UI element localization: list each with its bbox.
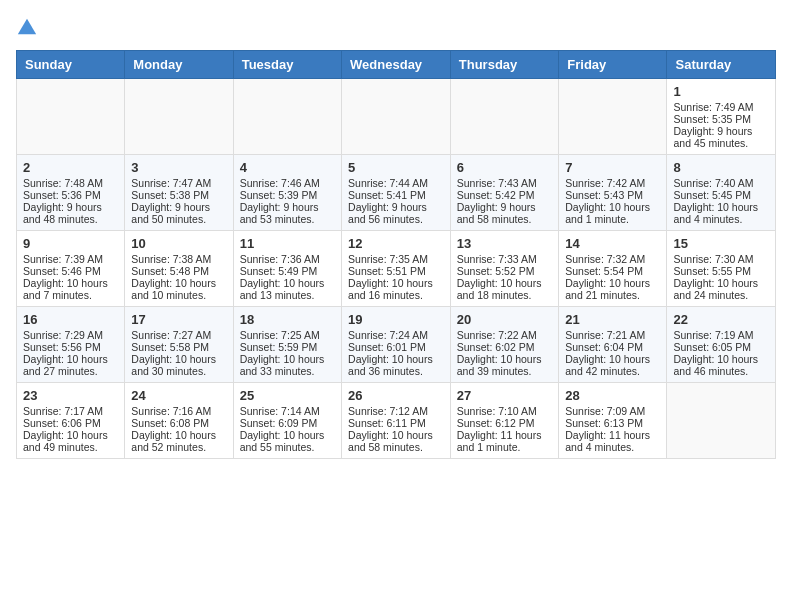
day-cell: 25Sunrise: 7:14 AM Sunset: 6:09 PM Dayli…	[233, 383, 341, 459]
day-info: Sunrise: 7:21 AM Sunset: 6:04 PM Dayligh…	[565, 329, 650, 377]
day-cell: 17Sunrise: 7:27 AM Sunset: 5:58 PM Dayli…	[125, 307, 233, 383]
day-number: 27	[457, 388, 553, 403]
day-number: 7	[565, 160, 660, 175]
day-info: Sunrise: 7:12 AM Sunset: 6:11 PM Dayligh…	[348, 405, 433, 453]
day-cell	[450, 79, 559, 155]
day-info: Sunrise: 7:27 AM Sunset: 5:58 PM Dayligh…	[131, 329, 216, 377]
logo-icon	[16, 16, 38, 38]
header-tuesday: Tuesday	[233, 51, 341, 79]
day-info: Sunrise: 7:40 AM Sunset: 5:45 PM Dayligh…	[673, 177, 758, 225]
day-info: Sunrise: 7:14 AM Sunset: 6:09 PM Dayligh…	[240, 405, 325, 453]
day-cell: 4Sunrise: 7:46 AM Sunset: 5:39 PM Daylig…	[233, 155, 341, 231]
day-info: Sunrise: 7:33 AM Sunset: 5:52 PM Dayligh…	[457, 253, 542, 301]
week-row-5: 23Sunrise: 7:17 AM Sunset: 6:06 PM Dayli…	[17, 383, 776, 459]
header-saturday: Saturday	[667, 51, 776, 79]
day-cell	[17, 79, 125, 155]
day-number: 18	[240, 312, 335, 327]
day-number: 26	[348, 388, 444, 403]
day-cell: 19Sunrise: 7:24 AM Sunset: 6:01 PM Dayli…	[342, 307, 451, 383]
day-info: Sunrise: 7:43 AM Sunset: 5:42 PM Dayligh…	[457, 177, 537, 225]
day-cell	[233, 79, 341, 155]
day-info: Sunrise: 7:17 AM Sunset: 6:06 PM Dayligh…	[23, 405, 108, 453]
day-number: 4	[240, 160, 335, 175]
day-cell	[342, 79, 451, 155]
day-info: Sunrise: 7:09 AM Sunset: 6:13 PM Dayligh…	[565, 405, 650, 453]
day-info: Sunrise: 7:32 AM Sunset: 5:54 PM Dayligh…	[565, 253, 650, 301]
day-cell: 28Sunrise: 7:09 AM Sunset: 6:13 PM Dayli…	[559, 383, 667, 459]
day-info: Sunrise: 7:36 AM Sunset: 5:49 PM Dayligh…	[240, 253, 325, 301]
day-info: Sunrise: 7:35 AM Sunset: 5:51 PM Dayligh…	[348, 253, 433, 301]
day-cell: 21Sunrise: 7:21 AM Sunset: 6:04 PM Dayli…	[559, 307, 667, 383]
day-cell	[125, 79, 233, 155]
week-row-1: 1Sunrise: 7:49 AM Sunset: 5:35 PM Daylig…	[17, 79, 776, 155]
day-info: Sunrise: 7:10 AM Sunset: 6:12 PM Dayligh…	[457, 405, 542, 453]
day-cell: 7Sunrise: 7:42 AM Sunset: 5:43 PM Daylig…	[559, 155, 667, 231]
day-info: Sunrise: 7:39 AM Sunset: 5:46 PM Dayligh…	[23, 253, 108, 301]
day-cell: 2Sunrise: 7:48 AM Sunset: 5:36 PM Daylig…	[17, 155, 125, 231]
day-cell: 22Sunrise: 7:19 AM Sunset: 6:05 PM Dayli…	[667, 307, 776, 383]
day-info: Sunrise: 7:29 AM Sunset: 5:56 PM Dayligh…	[23, 329, 108, 377]
day-info: Sunrise: 7:47 AM Sunset: 5:38 PM Dayligh…	[131, 177, 211, 225]
header-sunday: Sunday	[17, 51, 125, 79]
day-cell: 26Sunrise: 7:12 AM Sunset: 6:11 PM Dayli…	[342, 383, 451, 459]
day-number: 2	[23, 160, 118, 175]
day-cell: 11Sunrise: 7:36 AM Sunset: 5:49 PM Dayli…	[233, 231, 341, 307]
day-number: 11	[240, 236, 335, 251]
day-info: Sunrise: 7:22 AM Sunset: 6:02 PM Dayligh…	[457, 329, 542, 377]
day-number: 15	[673, 236, 769, 251]
day-info: Sunrise: 7:25 AM Sunset: 5:59 PM Dayligh…	[240, 329, 325, 377]
day-info: Sunrise: 7:16 AM Sunset: 6:08 PM Dayligh…	[131, 405, 216, 453]
day-number: 20	[457, 312, 553, 327]
day-cell: 3Sunrise: 7:47 AM Sunset: 5:38 PM Daylig…	[125, 155, 233, 231]
day-number: 24	[131, 388, 226, 403]
day-info: Sunrise: 7:38 AM Sunset: 5:48 PM Dayligh…	[131, 253, 216, 301]
day-cell: 27Sunrise: 7:10 AM Sunset: 6:12 PM Dayli…	[450, 383, 559, 459]
calendar-header: SundayMondayTuesdayWednesdayThursdayFrid…	[17, 51, 776, 79]
day-number: 10	[131, 236, 226, 251]
day-number: 23	[23, 388, 118, 403]
day-cell	[559, 79, 667, 155]
calendar-body: 1Sunrise: 7:49 AM Sunset: 5:35 PM Daylig…	[17, 79, 776, 459]
day-cell: 5Sunrise: 7:44 AM Sunset: 5:41 PM Daylig…	[342, 155, 451, 231]
day-number: 19	[348, 312, 444, 327]
day-number: 5	[348, 160, 444, 175]
header-thursday: Thursday	[450, 51, 559, 79]
header-monday: Monday	[125, 51, 233, 79]
day-cell: 12Sunrise: 7:35 AM Sunset: 5:51 PM Dayli…	[342, 231, 451, 307]
logo	[16, 16, 42, 38]
day-info: Sunrise: 7:19 AM Sunset: 6:05 PM Dayligh…	[673, 329, 758, 377]
day-info: Sunrise: 7:48 AM Sunset: 5:36 PM Dayligh…	[23, 177, 103, 225]
day-number: 9	[23, 236, 118, 251]
day-info: Sunrise: 7:24 AM Sunset: 6:01 PM Dayligh…	[348, 329, 433, 377]
day-number: 14	[565, 236, 660, 251]
day-cell: 6Sunrise: 7:43 AM Sunset: 5:42 PM Daylig…	[450, 155, 559, 231]
day-cell: 15Sunrise: 7:30 AM Sunset: 5:55 PM Dayli…	[667, 231, 776, 307]
day-cell: 23Sunrise: 7:17 AM Sunset: 6:06 PM Dayli…	[17, 383, 125, 459]
day-cell: 24Sunrise: 7:16 AM Sunset: 6:08 PM Dayli…	[125, 383, 233, 459]
day-info: Sunrise: 7:49 AM Sunset: 5:35 PM Dayligh…	[673, 101, 753, 149]
page-header	[16, 16, 776, 38]
day-cell: 8Sunrise: 7:40 AM Sunset: 5:45 PM Daylig…	[667, 155, 776, 231]
calendar-table: SundayMondayTuesdayWednesdayThursdayFrid…	[16, 50, 776, 459]
day-cell: 9Sunrise: 7:39 AM Sunset: 5:46 PM Daylig…	[17, 231, 125, 307]
day-cell: 14Sunrise: 7:32 AM Sunset: 5:54 PM Dayli…	[559, 231, 667, 307]
week-row-2: 2Sunrise: 7:48 AM Sunset: 5:36 PM Daylig…	[17, 155, 776, 231]
day-number: 3	[131, 160, 226, 175]
day-cell: 13Sunrise: 7:33 AM Sunset: 5:52 PM Dayli…	[450, 231, 559, 307]
week-row-4: 16Sunrise: 7:29 AM Sunset: 5:56 PM Dayli…	[17, 307, 776, 383]
day-number: 16	[23, 312, 118, 327]
header-friday: Friday	[559, 51, 667, 79]
week-row-3: 9Sunrise: 7:39 AM Sunset: 5:46 PM Daylig…	[17, 231, 776, 307]
day-number: 28	[565, 388, 660, 403]
day-info: Sunrise: 7:44 AM Sunset: 5:41 PM Dayligh…	[348, 177, 428, 225]
day-number: 21	[565, 312, 660, 327]
day-number: 8	[673, 160, 769, 175]
day-info: Sunrise: 7:42 AM Sunset: 5:43 PM Dayligh…	[565, 177, 650, 225]
day-cell	[667, 383, 776, 459]
header-row: SundayMondayTuesdayWednesdayThursdayFrid…	[17, 51, 776, 79]
day-number: 17	[131, 312, 226, 327]
day-number: 25	[240, 388, 335, 403]
svg-marker-0	[18, 19, 36, 35]
day-number: 1	[673, 84, 769, 99]
day-number: 22	[673, 312, 769, 327]
